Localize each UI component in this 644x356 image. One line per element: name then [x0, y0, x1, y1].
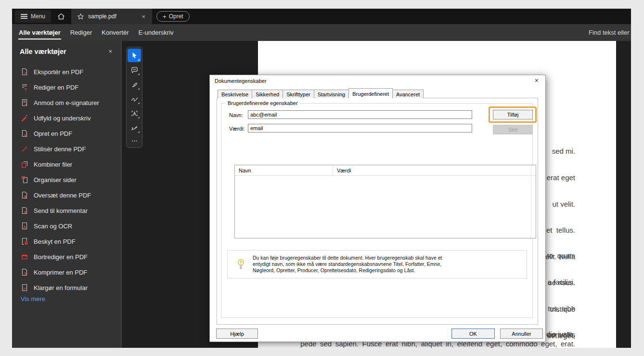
- sidebar-item-label: Send til kommentar: [34, 207, 88, 214]
- tab-brugerdefineret[interactable]: Brugerdefineret: [348, 88, 393, 98]
- sidebar-item-label: Kombiner filer: [34, 161, 72, 168]
- menu-button[interactable]: Menu: [15, 10, 51, 23]
- sidebar-item-label: Stilisér denne PDF: [34, 145, 86, 153]
- document-tab-title: sample.pdf: [88, 13, 116, 20]
- dialog-titlebar[interactable]: Dokumentegenskaber ×: [210, 75, 545, 87]
- sidebar-item-label: Beskyt en PDF: [34, 238, 76, 245]
- dropdown-corner-icon: [138, 102, 140, 104]
- edit-pdf-icon: [21, 83, 28, 91]
- compress-pdf-icon: [21, 268, 28, 276]
- nav-item-label: Rediger: [70, 29, 92, 36]
- tab-beskrivelse[interactable]: Beskrivelse: [218, 90, 252, 98]
- acrobat-window: Menu sample.pdf × + Opret Alle: [12, 9, 631, 348]
- tab-skrifttyper[interactable]: Skrifttyper: [283, 90, 314, 98]
- sidebar-item-organiser-sider[interactable]: Organiser sider: [12, 172, 121, 187]
- dropdown-corner-icon: [138, 131, 140, 133]
- dialog-tabstrip: Beskrivelse Sikkerhed Skrifttyper Startv…: [218, 88, 423, 98]
- menu-label: Menu: [31, 13, 45, 20]
- nav-item-alle-vaerktojer[interactable]: Alle værktøjer: [18, 24, 61, 41]
- organize-pages-icon: [21, 176, 28, 184]
- text-select-tool-button[interactable]: [128, 106, 141, 120]
- sidebar-item-kombiner-filer[interactable]: Kombiner filer: [12, 157, 121, 172]
- sidebar-item-anmod-om-e-signaturer[interactable]: Anmod om e-signaturer: [12, 95, 121, 110]
- document-canvas: sed mi. erat eget ut velit. et tellus. e…: [122, 41, 631, 348]
- nav-item-rediger[interactable]: Rediger: [70, 24, 93, 41]
- name-input[interactable]: [248, 110, 472, 119]
- sidebar-item-bortrediger-en-pdf[interactable]: Bortrediger en PDF: [12, 249, 121, 264]
- help-button[interactable]: Hjælp: [216, 329, 258, 339]
- document-tab[interactable]: sample.pdf ×: [71, 9, 152, 24]
- add-button[interactable]: Tilføj: [493, 110, 533, 119]
- highlight-tool-button[interactable]: [128, 78, 141, 91]
- document-properties-dialog: Dokumentegenskaber × Beskrivelse Sikkerh…: [209, 75, 546, 342]
- create-button[interactable]: + Opret: [156, 11, 190, 22]
- create-pdf-icon: [21, 130, 28, 137]
- translate-pdf-icon: [21, 191, 28, 199]
- nav-bar: Alle værktøjer Rediger Konvertér E-under…: [12, 24, 631, 41]
- dialog-title: Dokumentegenskaber: [215, 78, 267, 84]
- nav-item-konverter[interactable]: Konvertér: [101, 24, 129, 41]
- sidebar-item-eksporter-en-pdf[interactable]: Eksportér en PDF: [12, 64, 121, 79]
- sidebar-item-komprimer-en-pdf[interactable]: Komprimer en PDF: [12, 264, 121, 280]
- tab-close-icon[interactable]: ×: [141, 13, 146, 20]
- redact-pdf-icon: [21, 253, 28, 261]
- name-field-label: Navn:: [229, 112, 243, 118]
- prepare-form-icon: [21, 284, 28, 291]
- sidebar-header: Alle værktøjer ×: [12, 41, 121, 56]
- select-tool-button[interactable]: [128, 49, 141, 62]
- value-input[interactable]: [248, 124, 472, 132]
- request-signatures-icon: [21, 99, 28, 106]
- dialog-close-icon[interactable]: ×: [533, 77, 541, 84]
- sidebar-item-opret-en-pdf[interactable]: Opret en PDF: [12, 126, 121, 141]
- plus-icon: +: [163, 13, 167, 20]
- all-tools-sidebar: Alle værktøjer × Eksportér en PDF Redige…: [12, 41, 122, 348]
- groupbox-label: Brugerdefinerede egenskaber: [226, 100, 300, 106]
- sidebar-item-klargor-en-formular[interactable]: Klargør en formular: [12, 280, 121, 295]
- sidebar-item-label: Udfyld og underskriv: [34, 115, 91, 122]
- sidebar-item-send-til-kommentar[interactable]: Send til kommentar: [12, 203, 121, 218]
- cancel-button[interactable]: Annuller: [500, 329, 543, 339]
- sidebar-item-label: Opret en PDF: [34, 130, 72, 137]
- home-button[interactable]: [51, 9, 71, 24]
- delete-button: Slet: [493, 125, 533, 134]
- sidebar-item-oversaet-denne-pdf[interactable]: Oversæt denne PDF: [12, 187, 121, 203]
- properties-list[interactable]: Navn Værdi: [234, 165, 536, 238]
- draw-tool-button[interactable]: [128, 92, 141, 105]
- hamburger-icon: [21, 14, 27, 19]
- sidebar-item-label: Klargør en formular: [34, 284, 88, 291]
- export-pdf-icon: [21, 68, 28, 76]
- more-tools-button[interactable]: [128, 135, 141, 146]
- sidebar-title: Alle værktøjer: [20, 48, 66, 55]
- sidebar-item-udfyld-og-underskriv[interactable]: Udfyld og underskriv: [12, 110, 121, 126]
- find-text-button[interactable]: Find tekst eller værktøjer: [589, 24, 631, 41]
- tab-startvisning[interactable]: Startvisning: [314, 90, 349, 98]
- sidebar-item-scan-og-ocr[interactable]: Scan og OCR: [12, 218, 121, 234]
- fill-sign-icon: [21, 114, 28, 122]
- sidebar-item-label: Eksportér en PDF: [34, 68, 83, 76]
- sidebar-item-rediger-en-pdf[interactable]: Rediger en PDF: [12, 79, 121, 95]
- column-header-vaerdi[interactable]: Værdi: [333, 168, 355, 173]
- send-for-comments-icon: [21, 207, 28, 214]
- nav-item-e-underskriv[interactable]: E-underskriv: [138, 24, 174, 41]
- sidebar-close-icon[interactable]: ×: [106, 47, 114, 56]
- sidebar-item-label: Scan og OCR: [34, 223, 72, 230]
- sidebar-item-label: Organiser sider: [34, 176, 77, 184]
- tab-sikkerhed[interactable]: Sikkerhed: [252, 90, 283, 98]
- sign-tool-button[interactable]: [128, 121, 141, 134]
- sidebar-item-label: Rediger en PDF: [34, 84, 78, 91]
- tab-avanceret[interactable]: Avanceret: [392, 90, 424, 98]
- dropdown-corner-icon: [138, 73, 140, 75]
- column-header-navn[interactable]: Navn: [235, 165, 333, 176]
- comment-tool-button[interactable]: [128, 63, 141, 77]
- sidebar-item-label: Bortrediger en PDF: [34, 253, 88, 261]
- sidebar-item-label: Oversæt denne PDF: [34, 192, 91, 199]
- custom-properties-tabpage: Brugerdefinerede egenskaber Navn: Værdi:…: [217, 98, 538, 325]
- sidebar-item-beskyt-en-pdf[interactable]: Beskyt en PDF: [12, 234, 121, 249]
- ok-button[interactable]: OK: [451, 329, 495, 339]
- value-field-label: Værdi:: [229, 126, 245, 132]
- show-more-link[interactable]: Vis mere: [21, 295, 45, 303]
- create-label: Opret: [169, 13, 183, 20]
- content-area: Alle værktøjer × Eksportér en PDF Redige…: [12, 41, 631, 348]
- sidebar-item-stiliser-denne-pdf[interactable]: Stilisér denne PDF: [12, 141, 121, 157]
- tip-box: Du kan føje brugeregenskaber til dette d…: [227, 250, 527, 278]
